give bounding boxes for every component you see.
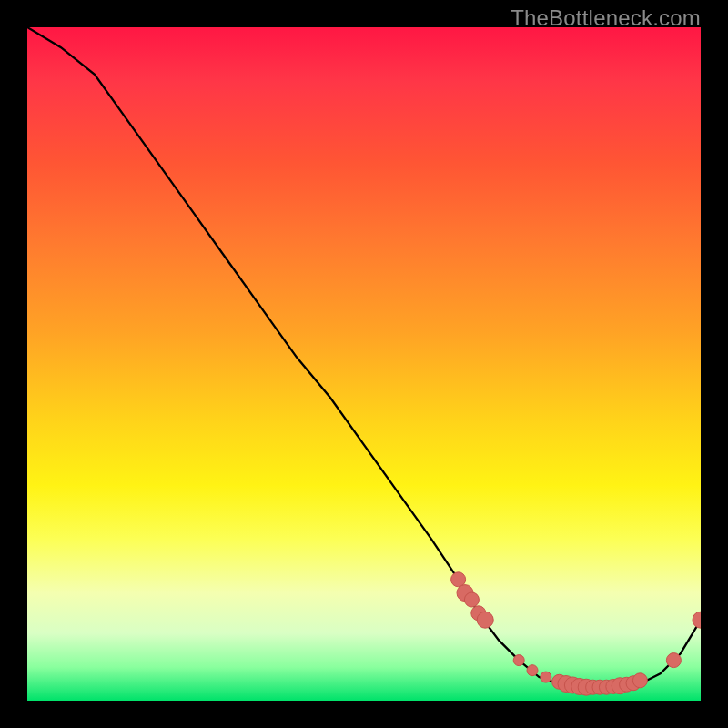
data-marker bbox=[513, 655, 524, 666]
chart-svg bbox=[27, 27, 701, 701]
data-marker bbox=[632, 673, 647, 688]
data-marker bbox=[527, 665, 538, 676]
data-marker bbox=[541, 672, 551, 682]
attribution-text: TheBottleneck.com bbox=[511, 5, 701, 31]
data-marker bbox=[666, 653, 681, 668]
marker-group bbox=[451, 572, 701, 695]
plot-area bbox=[27, 27, 701, 701]
bottleneck-curve bbox=[27, 27, 701, 687]
data-marker bbox=[477, 612, 493, 628]
data-marker bbox=[693, 612, 701, 628]
data-marker bbox=[464, 592, 479, 607]
chart-container: TheBottleneck.com bbox=[0, 0, 728, 728]
